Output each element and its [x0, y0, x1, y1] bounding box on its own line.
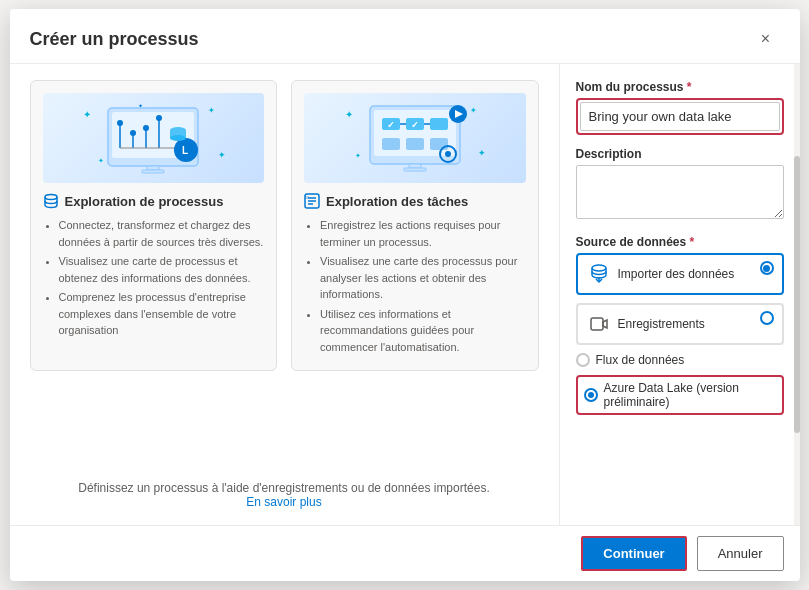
svg-text:✓: ✓: [411, 120, 419, 130]
svg-text:✦: ✦: [83, 109, 91, 120]
close-button[interactable]: ×: [752, 25, 780, 53]
svg-rect-45: [404, 168, 426, 171]
left-footer-text: Définissez un processus à l'aide d'enreg…: [30, 471, 539, 509]
name-field-group: Nom du processus: [576, 80, 784, 135]
svg-point-14: [143, 125, 149, 131]
svg-rect-38: [406, 138, 424, 150]
create-process-dialog: Créer un processus × ✦ ✦ ✦ ✦: [10, 9, 800, 581]
source-radio-azure[interactable]: Azure Data Lake (version préliminaire): [584, 381, 776, 409]
source-import-radio: [760, 261, 774, 275]
learn-more-link[interactable]: En savoir plus: [246, 495, 321, 509]
tasks-svg: ✦ ✦ ✦ ✦ ✓: [340, 98, 490, 178]
svg-point-23: [45, 195, 57, 200]
cards-row: ✦ ✦ ✦ ✦ ✦: [30, 80, 539, 371]
card1-bullets: Connectez, transformez et chargez des do…: [43, 217, 265, 339]
cancel-button[interactable]: Annuler: [697, 536, 784, 571]
svg-rect-32: [430, 118, 448, 130]
name-field-wrapper: [576, 98, 784, 135]
svg-text:✦: ✦: [478, 148, 486, 158]
svg-text:✦: ✦: [355, 152, 361, 159]
svg-text:✦: ✦: [208, 106, 215, 115]
scrollbar-track: [794, 64, 800, 525]
left-panel: ✦ ✦ ✦ ✦ ✦: [10, 64, 560, 525]
card1-illustration: ✦ ✦ ✦ ✦ ✦: [43, 93, 265, 183]
svg-text:✦: ✦: [98, 157, 104, 164]
svg-rect-21: [147, 166, 159, 170]
svg-text:✦: ✦: [218, 150, 226, 160]
import-data-icon: [588, 263, 610, 285]
source-tile-import[interactable]: Importer des données: [576, 253, 784, 295]
source-options: Importer des données Enregistrements: [576, 253, 784, 415]
dialog-body: ✦ ✦ ✦ ✦ ✦: [10, 64, 800, 525]
source-recordings-radio: [760, 311, 774, 325]
source-field-group: Source de données Importer des données: [576, 235, 784, 415]
continue-button[interactable]: Continuer: [581, 536, 686, 571]
card-task-exploration[interactable]: ✦ ✦ ✦ ✦ ✓: [291, 80, 539, 371]
card2-bullets: Enregistrez les actions requises pour te…: [304, 217, 526, 355]
name-field-label: Nom du processus: [576, 80, 784, 94]
azure-radio-circle: [584, 388, 598, 402]
task-icon: [304, 193, 320, 209]
description-input[interactable]: [576, 165, 784, 219]
source-azure-option[interactable]: Azure Data Lake (version préliminaire): [576, 375, 784, 415]
svg-text:✦: ✦: [345, 109, 353, 120]
source-flux-label: Flux de données: [596, 353, 685, 367]
right-panel: Nom du processus Description Source de d…: [560, 64, 800, 525]
svg-point-13: [130, 130, 136, 136]
description-label: Description: [576, 147, 784, 161]
source-tile-recordings[interactable]: Enregistrements: [576, 303, 784, 345]
dialog-footer: Continuer Annuler: [10, 525, 800, 581]
card2-title: Exploration des tâches: [304, 193, 526, 209]
dialog-header: Créer un processus ×: [10, 9, 800, 64]
flux-radio-circle: [576, 353, 590, 367]
svg-point-12: [117, 120, 123, 126]
svg-rect-39: [430, 138, 448, 150]
card1-title: Exploration de processus: [43, 193, 265, 209]
svg-point-20: [170, 135, 186, 141]
name-input[interactable]: [580, 102, 780, 131]
dialog-title: Créer un processus: [30, 29, 199, 50]
description-field-group: Description: [576, 147, 784, 223]
svg-text:✓: ✓: [387, 120, 395, 130]
svg-text:L: L: [182, 145, 188, 156]
exploration-svg: ✦ ✦ ✦ ✦ ✦: [78, 98, 228, 178]
source-radio-flux[interactable]: Flux de données: [576, 353, 784, 367]
card2-illustration: ✦ ✦ ✦ ✦ ✓: [304, 93, 526, 183]
source-import-label: Importer des données: [618, 267, 735, 281]
card-process-exploration[interactable]: ✦ ✦ ✦ ✦ ✦: [30, 80, 278, 371]
db-icon: [43, 193, 59, 209]
source-label: Source de données: [576, 235, 784, 249]
source-azure-label: Azure Data Lake (version préliminaire): [604, 381, 776, 409]
svg-rect-44: [409, 164, 421, 168]
svg-point-50: [592, 265, 606, 271]
scrollbar-thumb[interactable]: [794, 156, 800, 433]
svg-marker-53: [603, 320, 607, 328]
svg-rect-37: [382, 138, 400, 150]
svg-rect-22: [142, 170, 164, 173]
svg-point-15: [156, 115, 162, 121]
svg-text:✦: ✦: [470, 106, 477, 115]
source-recordings-label: Enregistrements: [618, 317, 705, 331]
svg-rect-52: [591, 318, 603, 330]
recordings-icon: [588, 313, 610, 335]
svg-point-43: [445, 151, 451, 157]
